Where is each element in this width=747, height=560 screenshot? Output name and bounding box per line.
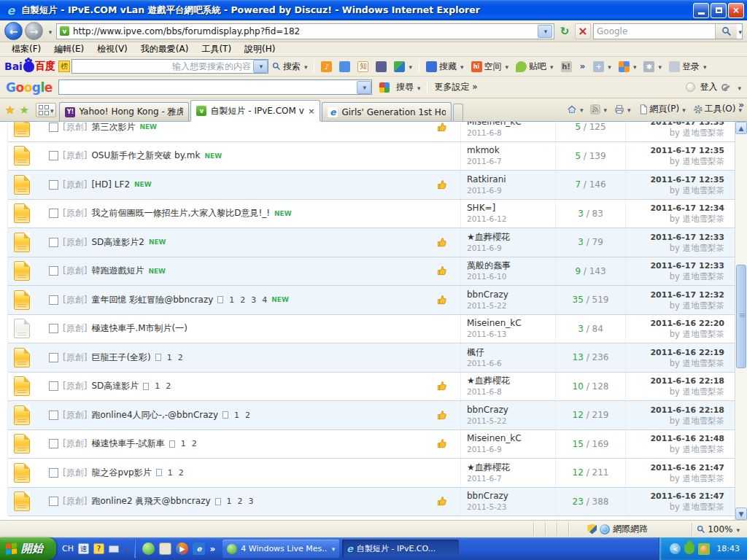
thread-title-link[interactable]: 極速快車手.M市制片(一) [91,322,187,335]
forward-button[interactable]: → [25,22,43,40]
thread-checkbox[interactable] [49,151,58,160]
google-options-dropdown[interactable] [736,82,741,93]
thread-title-link[interactable]: 我之前個團既一條招生片,大家入黎比D意見!_! [91,207,270,219]
language-options-dropdown[interactable] [123,544,128,554]
thread-title-link[interactable]: 第三次影片 [91,122,135,133]
media-player-icon[interactable]: ▶ [176,542,188,555]
menu-edit[interactable]: 編輯(E) [48,42,90,56]
tab-yahoo[interactable]: Y! Yahoo! Hong Kong - 雅虎香... [59,102,189,121]
home-button[interactable] [565,103,586,116]
baidu-tieba-button[interactable]: 贴吧 [512,59,557,74]
thread-author[interactable]: 萬般的蠢事 [467,260,555,271]
thread-title-link[interactable]: [HD] LF2 [91,179,130,190]
ime-help-icon[interactable]: ? [93,543,104,554]
page-link[interactable]: 1 [181,439,186,448]
thread-checkbox[interactable] [49,381,58,391]
new-tab-stub[interactable] [453,104,463,121]
tools-menu-button[interactable]: 工具(O) [691,101,744,117]
baidu-search-box[interactable] [71,59,268,74]
scrollbar-track[interactable] [735,134,747,508]
close-button[interactable]: × [728,3,744,18]
messenger-quicklaunch-icon[interactable] [142,542,155,555]
lastpost-author[interactable]: by 道地雪梨茶 [626,243,724,253]
start-button[interactable]: 開始 [0,537,56,560]
page-link[interactable]: 2 [179,468,184,478]
tab-close-button[interactable]: × [308,106,314,116]
thread-title-link[interactable]: 極速快車手-試新車 [91,438,164,450]
menu-tools[interactable]: 工具(T) [196,42,237,56]
thread-checkbox[interactable] [49,122,58,132]
page-link[interactable]: 4 [262,295,267,305]
lastpost-author[interactable]: by 道地雪梨茶 [626,358,724,368]
baidu-logo[interactable]: Bai 百度 [4,60,55,73]
baidu-zhidao-button[interactable]: 知 [354,60,372,74]
page-menu-button[interactable]: 網頁(P) [636,101,688,117]
thread-author[interactable]: Miseinen_kC [467,318,555,329]
baidu-image-button[interactable] [336,60,354,74]
thread-checkbox[interactable] [49,353,58,362]
page-link[interactable]: 2 [178,353,183,362]
lastpost-author[interactable]: by 道地雪梨茶 [626,300,724,311]
zoom-control[interactable]: 100% [692,523,744,536]
wrench-icon[interactable] [721,82,732,93]
menu-view[interactable]: 檢視(V) [91,42,133,56]
thread-author[interactable]: SHK=] [467,203,555,214]
menu-favorites[interactable]: 我的最愛(A) [135,42,195,56]
history-dropdown-button[interactable] [45,26,54,36]
page-link[interactable]: 1 [155,381,160,391]
page-link[interactable]: 1 [227,497,232,506]
lastpost-author[interactable]: by 道地雪梨茶 [626,128,724,138]
thread-author[interactable]: bbnCrazy [467,491,555,502]
search-button[interactable] [715,24,737,39]
thread-title-link[interactable]: OSU新手作之新突破 by.mk [91,149,200,162]
menu-file[interactable]: 檔案(F) [6,42,47,56]
baidu-apps-button[interactable] [615,60,640,74]
stop-button[interactable]: × [575,23,591,39]
tab-ipve-active[interactable]: v 自製短片 - IPvE.COM v... × [190,100,320,121]
page-link[interactable]: 1 [234,411,239,420]
url-text[interactable]: http://www.ipve.com/bbs/forumdisplay.php… [73,26,538,36]
google-more-settings-button[interactable]: 更多設定 » [430,79,481,95]
google-signin-button[interactable]: 登入 [700,81,717,93]
lastpost-time[interactable]: 2011-6-17 12:34 [626,203,724,214]
task-ie-active[interactable]: e 自製短片 - IPvE.CO... [342,540,459,558]
baidu-hao123-button[interactable]: h! [557,60,576,74]
google-search-dropdown[interactable] [357,81,371,94]
thread-checkbox[interactable] [49,295,58,305]
lastpost-time[interactable]: 2011-6-16 21:47 [626,462,724,473]
minimize-button[interactable] [693,3,709,18]
thread-author[interactable]: Ratkirani [467,174,555,185]
tray-collapse-button[interactable]: < [670,543,681,554]
page-link[interactable]: 2 [238,497,243,506]
toolbar-search-box[interactable] [593,23,743,39]
page-link[interactable]: 2 [166,381,171,391]
lastpost-time[interactable]: 2011-6-17 12:33 [626,260,724,271]
thread-title-link[interactable]: SD高達影片 [91,380,139,392]
lastpost-author[interactable]: by 道地雪梨茶 [626,473,724,483]
lastpost-author[interactable]: by 道地雪梨茶 [626,416,724,426]
search-input[interactable] [594,26,715,36]
thread-checkbox[interactable] [49,238,58,247]
thread-checkbox[interactable] [49,324,58,333]
thread-author[interactable]: Miseinen_kC [467,122,555,128]
baidu-space-button[interactable]: hi空间 [468,59,513,74]
baidu-music-button[interactable]: ♪ [317,60,336,74]
vertical-scrollbar[interactable]: ▲ ▼ [735,122,747,520]
scrollbar-thumb[interactable] [736,265,746,368]
thread-title-link[interactable]: SD高達影片2 [91,236,144,249]
thread-author[interactable]: ★血葬櫻花 [467,232,555,243]
lastpost-author[interactable]: by 道地雪梨茶 [626,185,724,195]
menu-help[interactable]: 說明(H) [239,42,281,56]
thread-checkbox[interactable] [49,266,58,276]
thread-checkbox[interactable] [49,497,58,506]
page-link[interactable]: 1 [168,468,173,478]
address-dropdown-button[interactable] [538,25,552,38]
baidu-favorites-button[interactable]: 搜藏 [422,59,468,74]
thread-checkbox[interactable] [49,468,58,478]
tab-bar-overflow-chevron[interactable]: » [738,100,744,110]
thread-checkbox[interactable] [49,439,58,448]
page-link[interactable]: 3 [251,295,256,305]
thread-author[interactable]: ★血葬櫻花 [467,376,555,386]
task-group-dropdown[interactable] [330,544,336,553]
lastpost-time[interactable]: 2011-6-16 21:48 [626,433,724,444]
